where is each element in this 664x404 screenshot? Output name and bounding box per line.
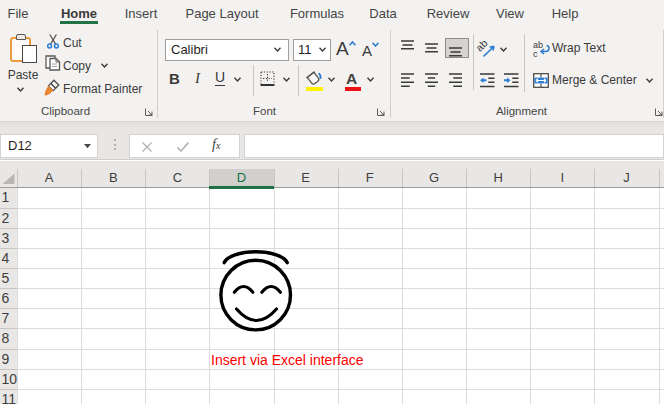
svg-text:ab: ab (476, 37, 490, 54)
svg-text:c: c (533, 49, 538, 58)
